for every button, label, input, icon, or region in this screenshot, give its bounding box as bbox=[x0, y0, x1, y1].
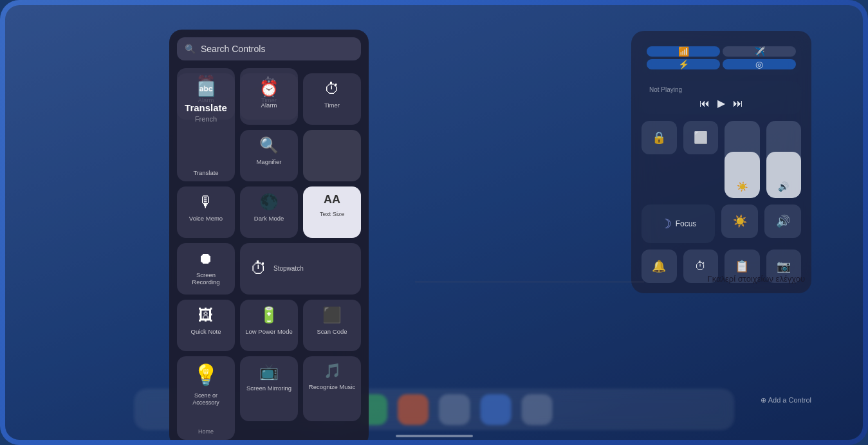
brightness-control[interactable] bbox=[303, 130, 361, 181]
rotation-lock-button[interactable]: 🔒 bbox=[642, 121, 677, 154]
text-size-icon: AA bbox=[324, 193, 340, 206]
screen-mirror-icon: ⬜ bbox=[694, 131, 708, 145]
home-indicator bbox=[396, 435, 473, 437]
add-control-text: ⊕ Add a Control bbox=[761, 396, 811, 404]
ipad-screen: 📶 ✈️ ⚡ ◎ Not Playing ⏮ bbox=[5, 5, 863, 440]
home-label: Home bbox=[198, 428, 214, 435]
volume-icon: 🔊 bbox=[778, 181, 789, 192]
voice-memo-icon: 🎙 bbox=[198, 193, 214, 211]
annotation-text: Γκαλερί στοιχείων ελέγχου bbox=[708, 274, 805, 284]
crescent-icon: ☽ bbox=[660, 216, 672, 232]
stopwatch-icon: ⏱ bbox=[250, 259, 267, 278]
translate-label: Translate bbox=[193, 169, 218, 176]
wifi-button[interactable]: 📶 bbox=[647, 46, 720, 57]
timer-control[interactable]: ⏱ Timer bbox=[303, 73, 361, 125]
recognize-music-control[interactable]: 🎵 Recognize Music bbox=[303, 356, 361, 421]
search-icon: 🔍 bbox=[185, 44, 196, 54]
translate-subtitle: French bbox=[195, 115, 217, 123]
airplane-icon: ✈️ bbox=[754, 46, 765, 57]
search-bar[interactable]: 🔍 Search Controls bbox=[177, 37, 361, 60]
screen-recording-icon: ⏺ bbox=[198, 250, 214, 268]
prev-button[interactable]: ⏮ bbox=[699, 98, 710, 109]
volume2-icon: 🔊 bbox=[776, 214, 790, 228]
timer2-icon: ⏱ bbox=[324, 80, 340, 98]
scan-code-icon: ⬛ bbox=[322, 306, 342, 324]
notes-icon: 📋 bbox=[735, 259, 749, 273]
airdrop-icon: ◎ bbox=[755, 59, 763, 69]
dock-icon-3 bbox=[398, 394, 429, 425]
magnifier-icon: 🔍 bbox=[259, 136, 279, 154]
bell-icon: 🔔 bbox=[652, 259, 666, 273]
dark-mode-icon: 🌑 bbox=[259, 193, 279, 211]
brightness-icon: ☀️ bbox=[737, 181, 748, 192]
scan-code-control[interactable]: ⬛ Scan Code bbox=[303, 300, 361, 351]
low-power-icon: 🔋 bbox=[259, 306, 279, 324]
connectivity-widget[interactable]: 📶 ✈️ ⚡ ◎ bbox=[642, 41, 801, 75]
add-control-button[interactable]: ⊕ Add a Control bbox=[761, 396, 811, 404]
scene-icon: 💡 bbox=[193, 363, 219, 387]
voice-memo-control[interactable]: 🎙 Voice Memo bbox=[177, 186, 235, 238]
volume-button[interactable]: 🔊 bbox=[764, 204, 801, 238]
camera-icon: 📷 bbox=[777, 259, 791, 273]
dock-icon-4 bbox=[439, 394, 470, 425]
screen-recording-control[interactable]: ⏺ Screen Recording bbox=[177, 243, 235, 295]
volume-slider[interactable]: 🔊 bbox=[766, 121, 802, 198]
control-center-panel: 📶 ✈️ ⚡ ◎ Not Playing ⏮ bbox=[631, 31, 811, 293]
rotation-lock-icon: 🔒 bbox=[652, 131, 666, 145]
translate-title: Translate bbox=[185, 103, 227, 113]
playback-controls[interactable]: ⏮ ▶ ⏭ bbox=[649, 97, 793, 109]
alarm-icon: ⏰ bbox=[259, 80, 279, 98]
text-size-control[interactable]: AA Text Size bbox=[303, 186, 361, 238]
wifi-icon: 📶 bbox=[678, 46, 689, 57]
controls-layout: 🔤 Translate French Translate ⏰ Alarm ⏱ T… bbox=[177, 73, 361, 440]
sun-icon: ☀️ bbox=[733, 214, 747, 228]
focus-button[interactable]: ☽ Focus bbox=[642, 204, 715, 243]
shazam-icon: 🎵 bbox=[324, 363, 341, 379]
screen-mirroring-control[interactable]: 📺 Screen Mirroring bbox=[240, 356, 298, 421]
airdrop-button[interactable]: ◎ bbox=[723, 59, 796, 69]
timer-icon: ⏱ bbox=[695, 260, 706, 273]
airplane-button[interactable]: ✈️ bbox=[723, 46, 796, 57]
translate-control[interactable]: 🔤 Translate French Translate bbox=[177, 73, 235, 181]
alarm-control[interactable]: ⏰ Alarm bbox=[240, 73, 298, 125]
play-button[interactable]: ▶ bbox=[717, 97, 725, 109]
screen-mirroring-icon: 📺 bbox=[259, 363, 279, 381]
translate-icon: 🔤 bbox=[198, 81, 215, 98]
search-bar-text: Search Controls bbox=[201, 44, 265, 54]
magnifier-control[interactable]: 🔍 Magnifier bbox=[240, 130, 298, 181]
dock-icon-5 bbox=[481, 394, 512, 425]
quick-note-icon: 🖼 bbox=[198, 306, 214, 324]
stopwatch-control[interactable]: ⏱ Stopwatch bbox=[240, 243, 361, 295]
scene-accessory-control[interactable]: 💡 Scene or Accessory Home bbox=[177, 356, 235, 440]
now-playing-widget: Not Playing ⏮ ▶ ⏭ bbox=[642, 81, 801, 114]
quick-note-control[interactable]: 🖼 Quick Note bbox=[177, 300, 235, 351]
now-playing-label: Not Playing bbox=[649, 86, 793, 93]
search-controls-panel: 🔍 Search Controls ⏰ Alarm ⏱ Timer bbox=[169, 30, 369, 440]
focus-label: Focus bbox=[676, 219, 697, 228]
empty-cell bbox=[240, 426, 298, 440]
bluetooth-button[interactable]: ⚡ bbox=[647, 59, 720, 69]
annotation-line bbox=[415, 282, 644, 282]
sun-button[interactable]: ☀️ bbox=[721, 204, 758, 238]
dark-mode-control[interactable]: 🌑 Dark Mode bbox=[240, 186, 298, 238]
screen-mirror-button[interactable]: ⬜ bbox=[683, 121, 719, 154]
bluetooth-icon: ⚡ bbox=[678, 59, 689, 69]
ipad-frame: 📶 ✈️ ⚡ ◎ Not Playing ⏮ bbox=[0, 0, 868, 445]
mute-button[interactable]: 🔔 bbox=[642, 250, 677, 283]
low-power-control[interactable]: 🔋 Low Power Mode bbox=[240, 300, 298, 351]
brightness-slider[interactable]: ☀️ bbox=[725, 121, 760, 198]
dock-icon-6 bbox=[522, 394, 553, 425]
next-button[interactable]: ⏭ bbox=[733, 98, 743, 109]
